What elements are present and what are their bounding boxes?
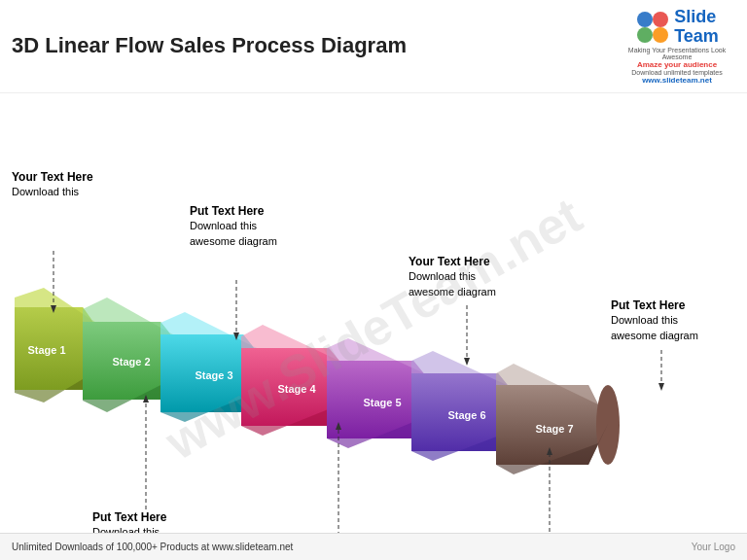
logo-box: Slide Team Making Your Presentations Loo… [619, 8, 735, 85]
annotation-top-left-title: Your Text Here [12, 169, 93, 186]
annotation-top-center: Put Text Here Download this awesome diag… [190, 203, 277, 250]
stage2-label: Stage 2 [112, 356, 150, 368]
stage7-cap [596, 385, 620, 465]
annotation-top-left: Your Text Here Download this awesome dia… [12, 169, 93, 200]
footer-text: Unlimited Downloads of 100,000+ Products… [12, 542, 293, 552]
annotation-top-right2-line1: Download this [611, 313, 698, 328]
stage4-label: Stage 4 [277, 383, 316, 395]
logo-amaze: Amaze your audience [637, 60, 717, 69]
annotation-top-center-title: Put Text Here [190, 203, 277, 220]
stage1-label: Stage 1 [27, 344, 65, 356]
stage3-label: Stage 3 [195, 369, 232, 381]
logo-url: www.slideteam.net [642, 76, 712, 85]
annotation-top-right1-line1: Download this [409, 269, 496, 284]
footer-logo: Your Logo [692, 542, 735, 552]
logo-download: Download unlimited templates [631, 69, 722, 76]
annotation-top-right1: Your Text Here Download this awesome dia… [409, 254, 496, 300]
footer: Unlimited Downloads of 100,000+ Products… [0, 533, 747, 560]
annotation-bottom-left-title: Put Text Here [92, 509, 180, 526]
ann-arrow-topright2 [658, 383, 664, 391]
ann-arrow-topright1 [464, 358, 470, 366]
main-content: www.SlideTeam.net [0, 93, 747, 560]
logo-icon [635, 10, 670, 45]
svg-point-2 [637, 27, 653, 43]
logo: Slide Team [635, 8, 719, 47]
header: 3D Linear Flow Sales Process Diagram Sli… [0, 0, 747, 93]
annotation-top-right2: Put Text Here Download this awesome diag… [611, 298, 698, 344]
page-title: 3D Linear Flow Sales Process Diagram [12, 33, 619, 58]
annotation-top-left-line1: Download this [12, 185, 93, 199]
logo-team: Team [674, 27, 719, 47]
logo-tagline: Making Your Presentations Look Awesome [619, 47, 735, 60]
annotation-top-right2-line2: awesome diagram [611, 329, 698, 343]
logo-text: Slide Team [674, 8, 719, 47]
stage5-label: Stage 5 [363, 397, 401, 408]
annotation-top-center-line2: awesome diagram [190, 234, 277, 249]
stage6-label: Stage 6 [447, 409, 485, 421]
annotation-top-right2-title: Put Text Here [611, 298, 698, 314]
svg-point-0 [637, 12, 653, 27]
annotation-top-right1-line2: awesome diagram [409, 285, 496, 299]
stage7-label: Stage 7 [535, 423, 573, 435]
svg-point-1 [653, 12, 668, 27]
logo-slide: Slide [674, 8, 719, 27]
svg-point-3 [653, 27, 668, 43]
annotation-top-right1-title: Your Text Here [409, 254, 496, 270]
annotation-top-center-line1: Download this [190, 219, 277, 233]
